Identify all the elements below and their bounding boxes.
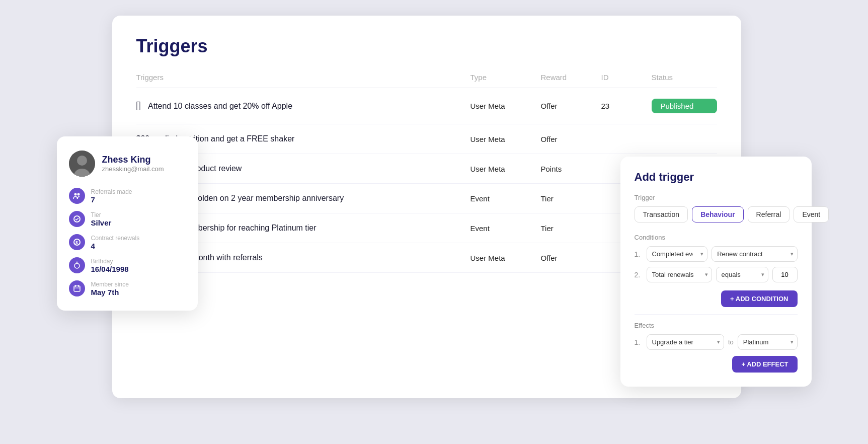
condition-row-1: 1. Completed event ▾ Renew contract ▾ bbox=[635, 246, 798, 262]
condition-operator-2-select[interactable]: equals bbox=[716, 267, 768, 282]
stat-item-contract-renewals: $ Contract renewals 4 bbox=[69, 234, 186, 250]
trigger-section-label: Trigger bbox=[635, 194, 798, 201]
tab-event[interactable]: Event bbox=[794, 206, 829, 223]
condition-num-1: 1. bbox=[635, 250, 643, 258]
effect-action-select[interactable]: Upgrade a tier bbox=[647, 334, 724, 350]
svg-point-3 bbox=[74, 193, 76, 196]
add-condition-button[interactable]: + ADD CONDITION bbox=[721, 290, 797, 307]
stat-item-member-since: Member since May 7th bbox=[69, 280, 186, 297]
trigger-tabs: Transaction Behaviour Referral Event bbox=[635, 206, 798, 223]
table-row[interactable]:  Attend 10 classes and get 20% off Appl… bbox=[136, 88, 717, 124]
user-card-header: Zhess King zhessking@mail.com bbox=[69, 151, 186, 177]
effects-label: Effects bbox=[635, 322, 798, 329]
add-effect-container: + ADD EFFECT bbox=[635, 356, 798, 373]
condition-operator-1-select[interactable]: Renew contract bbox=[712, 246, 797, 262]
divider bbox=[635, 314, 798, 315]
page-title: Triggers bbox=[136, 36, 717, 57]
user-name: Zhess King bbox=[102, 155, 164, 165]
trigger-name:  Attend 10 classes and get 20% off Appl… bbox=[136, 98, 470, 114]
effect-connector: to bbox=[728, 338, 734, 346]
condition-field-1-wrapper: Completed event ▾ bbox=[647, 246, 708, 262]
col-header-id: ID bbox=[601, 73, 652, 82]
effect-num-1: 1. bbox=[635, 338, 643, 346]
condition-operator-2-wrapper: equals ▾ bbox=[716, 267, 768, 282]
tier-icon bbox=[69, 211, 85, 227]
condition-operator-1-wrapper: Renew contract ▾ bbox=[712, 246, 797, 262]
tab-referral[interactable]: Referral bbox=[748, 206, 790, 223]
avatar bbox=[69, 151, 95, 177]
tab-transaction[interactable]: Transaction bbox=[635, 206, 688, 223]
status-badge: Published bbox=[652, 99, 717, 113]
col-header-type: Type bbox=[470, 73, 541, 82]
table-row[interactable]: $30 applied nutrition and get a FREE sha… bbox=[136, 124, 717, 154]
col-header-status: Status bbox=[652, 73, 717, 82]
stat-item-tier: Tier Silver bbox=[69, 211, 186, 227]
col-header-reward: Reward bbox=[541, 73, 601, 82]
svg-point-4 bbox=[77, 193, 80, 196]
add-effect-button[interactable]: + ADD EFFECT bbox=[732, 356, 797, 373]
add-trigger-title: Add trigger bbox=[635, 171, 798, 184]
svg-point-1 bbox=[77, 156, 87, 166]
effects-section: Effects 1. Upgrade a tier ▾ to Platinum … bbox=[635, 322, 798, 350]
apple-icon:  bbox=[136, 98, 141, 114]
condition-value-2-input[interactable] bbox=[772, 267, 798, 282]
svg-rect-9 bbox=[74, 286, 80, 291]
svg-point-8 bbox=[74, 263, 80, 268]
svg-text:$: $ bbox=[75, 240, 78, 245]
tab-behaviour[interactable]: Behaviour bbox=[692, 206, 743, 223]
calendar-icon bbox=[69, 280, 85, 297]
add-condition-container: + ADD CONDITION bbox=[635, 290, 798, 307]
condition-num-2: 2. bbox=[635, 271, 643, 279]
stat-item-referrals: Referrals made 7 bbox=[69, 188, 186, 204]
add-trigger-panel: Add trigger Trigger Transaction Behaviou… bbox=[620, 157, 812, 387]
user-stats: Referrals made 7 Tier Silver $ bbox=[69, 188, 186, 297]
col-header-triggers: Triggers bbox=[136, 73, 470, 82]
conditions-section: Conditions 1. Completed event ▾ Renew co… bbox=[635, 234, 798, 282]
condition-row-2: 2. Total renewals ▾ equals ▾ bbox=[635, 267, 798, 282]
conditions-label: Conditions bbox=[635, 234, 798, 241]
contract-icon: $ bbox=[69, 234, 85, 250]
table-header: Triggers Type Reward ID Status bbox=[136, 73, 717, 88]
condition-field-2-wrapper: Total renewals ▾ bbox=[647, 267, 712, 282]
effect-row-1: 1. Upgrade a tier ▾ to Platinum ▾ bbox=[635, 334, 798, 350]
condition-field-2-select[interactable]: Total renewals bbox=[647, 267, 712, 282]
birthday-icon bbox=[69, 257, 85, 273]
user-info: Zhess King zhessking@mail.com bbox=[102, 155, 164, 173]
stat-item-birthday: Birthday 16/04/1998 bbox=[69, 257, 186, 273]
user-email: zhessking@mail.com bbox=[102, 165, 164, 173]
condition-field-1-select[interactable]: Completed event bbox=[647, 246, 708, 262]
user-card: Zhess King zhessking@mail.com Referrals … bbox=[57, 136, 198, 311]
referral-icon bbox=[69, 188, 85, 204]
effect-action-wrapper: Upgrade a tier ▾ bbox=[647, 334, 724, 350]
effect-target-select[interactable]: Platinum bbox=[738, 334, 798, 350]
effect-target-wrapper: Platinum ▾ bbox=[738, 334, 798, 350]
